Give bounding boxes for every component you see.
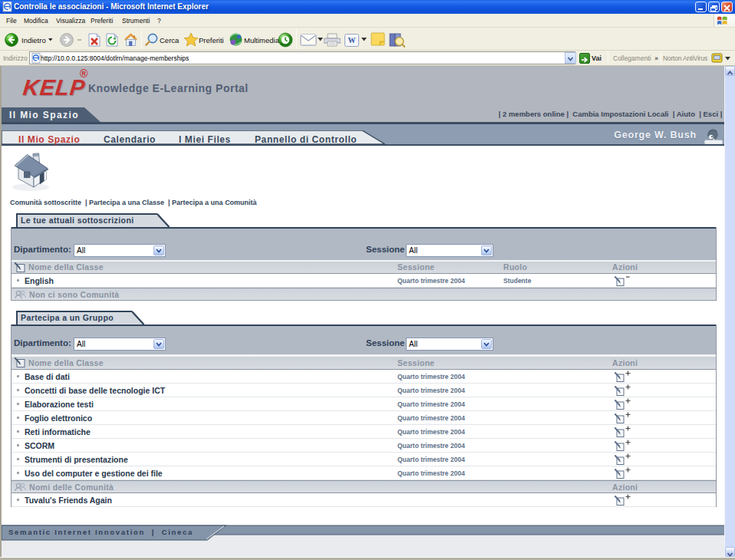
svg-text:W: W (348, 36, 356, 44)
